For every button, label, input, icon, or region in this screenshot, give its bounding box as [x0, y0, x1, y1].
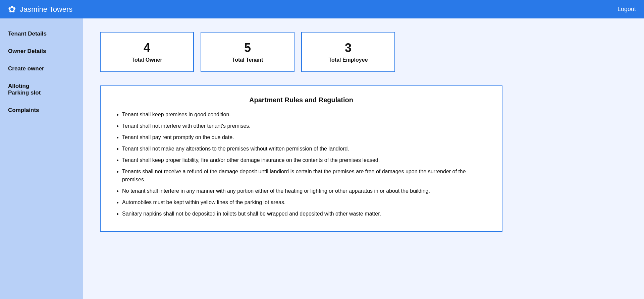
stat-card-total-tenant: 5 Total Tenant — [201, 32, 294, 72]
layout: Tenant Details Owner Details Create owne… — [0, 18, 644, 299]
stat-card-total-employee: 3 Total Employee — [301, 32, 395, 72]
total-owner-label: Total Owner — [131, 57, 162, 63]
rule-item: No tenant shall interfere in any manner … — [122, 187, 488, 195]
rule-item: Tenant shall keep proper liability, fire… — [122, 156, 488, 164]
rules-list: Tenant shall keep premises in good condi… — [114, 111, 488, 218]
main-content: 4 Total Owner 5 Total Tenant 3 Total Emp… — [83, 18, 644, 299]
rules-title: Apartment Rules and Regulation — [114, 96, 488, 104]
total-employee-number: 3 — [345, 41, 352, 55]
rule-item: Tenant shall not make any alterations to… — [122, 145, 488, 153]
app-logo: ✿ — [8, 4, 16, 15]
total-tenant-number: 5 — [244, 41, 251, 55]
logout-button[interactable]: Logout — [618, 6, 636, 13]
rule-item: Tenant shall not interfere with other te… — [122, 122, 488, 130]
sidebar-item-tenant-details[interactable]: Tenant Details — [0, 25, 83, 43]
rules-box: Apartment Rules and Regulation Tenant sh… — [100, 85, 502, 232]
stat-card-total-owner: 4 Total Owner — [100, 32, 194, 72]
sidebar-item-complaints[interactable]: Complaints — [0, 102, 83, 119]
total-owner-number: 4 — [144, 41, 150, 55]
rule-item: Tenants shall not receive a refund of th… — [122, 168, 488, 184]
stats-row: 4 Total Owner 5 Total Tenant 3 Total Emp… — [100, 32, 631, 72]
sidebar: Tenant Details Owner Details Create owne… — [0, 18, 83, 299]
total-employee-label: Total Employee — [328, 57, 368, 63]
header: ✿ Jasmine Towers Logout — [0, 0, 644, 18]
app-title: Jasmine Towers — [20, 5, 72, 14]
sidebar-item-create-owner[interactable]: Create owner — [0, 60, 83, 77]
brand: ✿ Jasmine Towers — [8, 4, 72, 15]
rule-item: Tenant shall keep premises in good condi… — [122, 111, 488, 119]
rule-item: Sanitary napkins shall not be deposited … — [122, 210, 488, 218]
sidebar-item-owner-details[interactable]: Owner Details — [0, 43, 83, 60]
rule-item: Automobiles must be kept within yellow l… — [122, 198, 488, 206]
rule-item: Tenant shall pay rent promptly on the du… — [122, 133, 488, 141]
sidebar-item-alloting-parking-slot[interactable]: AllotingParking slot — [0, 77, 83, 102]
total-tenant-label: Total Tenant — [232, 57, 263, 63]
